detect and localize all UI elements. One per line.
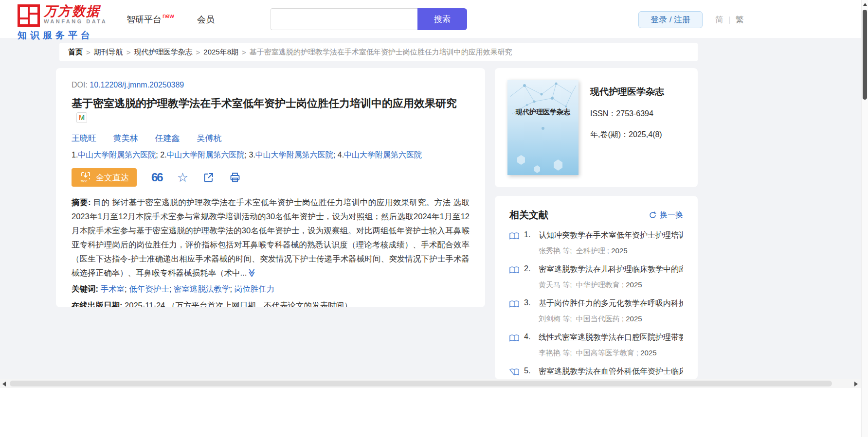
pubdate-note: （万方平台首次上网日期，不代表论文的发表时间） (167, 301, 352, 307)
pubdate-value: 2025-11-24 (125, 301, 165, 307)
scroll-up-arrow[interactable] (863, 3, 867, 6)
favorite-star-icon[interactable]: ☆ (177, 172, 188, 183)
affiliation-link[interactable]: 中山大学附属第六医院 (255, 151, 333, 159)
vertical-scrollbar-thumb[interactable] (863, 10, 867, 100)
refresh-icon (649, 211, 657, 219)
expand-abstract-icon[interactable]: ≫ (245, 269, 259, 278)
breadcrumb-journal[interactable]: 现代护理医学杂志 (134, 48, 193, 57)
nav-zhiyan-platform[interactable]: 智研平台new (127, 14, 173, 25)
author-link[interactable]: 吴傅杭 (197, 134, 221, 143)
horizontal-scrollbar-thumb[interactable] (10, 381, 832, 386)
lang-simplified[interactable]: 简 (715, 14, 723, 25)
related-item: 2. 密室逃脱教学法在儿科护理临床教学中的应... 黄天马 等; 中华护理教育 … (509, 264, 683, 290)
wanfang-logo[interactable]: 万方数据 WANFANG DATA 知识服务平台 (18, 4, 107, 42)
abstract-label: 摘要: (72, 198, 90, 207)
free-download-icon: free (79, 171, 92, 184)
brand-name-en: WANFANG DATA (44, 18, 107, 25)
related-item-title[interactable]: 密室逃脱教学法在儿科护理临床教学中的应... (539, 264, 683, 275)
book-icon (509, 232, 519, 241)
affiliation-link[interactable]: 中山大学附属第六医院 (167, 151, 245, 159)
cite-icon[interactable]: 66 (151, 173, 163, 182)
fulltext-button[interactable]: free 全文直达 (72, 168, 137, 187)
journal-cover-title: 现代护理医学杂志 (507, 108, 579, 117)
doi-label: DOI: (72, 81, 88, 89)
affiliation-link[interactable]: 中山大学附属第六医院 (78, 151, 156, 159)
lang-traditional[interactable]: 繁 (735, 14, 743, 25)
affiliation-link[interactable]: 中山大学附属第六医院 (344, 151, 422, 159)
journal-issn: ISSN：2753-6394 (590, 109, 664, 119)
breadcrumb-issue[interactable]: 2025年8期 (203, 48, 238, 57)
related-item: 5. 密室逃脱教学法在血管外科低年资护士临床... (509, 367, 683, 377)
content-area: 首页 > 期刊导航 > 现代护理医学杂志 > 2025年8期 > 基于密室逃脱的… (0, 38, 861, 379)
related-item-title[interactable]: 线性式密室逃脱教学法在口腔医院护理带教... (539, 332, 683, 343)
related-item-meta: 黄天马 等; 中华护理教育 ; 2025 (539, 280, 683, 290)
related-item-meta: 张秀艳 等; 全科护理 ; 2025 (539, 246, 683, 256)
related-item-title[interactable]: 认知冲突教学在手术室低年资护士护理培训... (539, 230, 683, 241)
journal-info-card: 现代护理医学杂志 现代护理医学杂志 ISSN：2753-6394 年,卷(期)：… (495, 68, 698, 187)
article-toolbar: free 全文直达 66 ☆ (72, 168, 470, 187)
breadcrumb-current: 基于密室逃脱的护理教学法在手术室低年资护士岗位胜任力培训中的应用效果研究 (250, 48, 512, 57)
print-icon[interactable] (229, 172, 241, 183)
keyword-link[interactable]: 低年资护士 (129, 284, 169, 293)
wanfang-article-page: 万方数据 WANFANG DATA 知识服务平台 智研平台new 会员 搜索 登… (0, 0, 868, 437)
affiliations-row: 1.中山大学附属第六医院; 2.中山大学附属第六医院; 3.中山大学附属第六医院… (72, 150, 470, 160)
refresh-related-button[interactable]: 换一换 (649, 210, 683, 220)
keywords-label: 关键词: (72, 284, 98, 293)
related-item-meta: 李艳艳 等; 中国高等医学教育 ; 2025 (539, 349, 683, 358)
site-header: 万方数据 WANFANG DATA 知识服务平台 智研平台new 会员 搜索 登… (0, 0, 861, 38)
keywords-row: 关键词: 手术室; 低年资护士; 密室逃脱法教学; 岗位胜任力 (72, 284, 470, 295)
related-title: 相关文献 (509, 209, 548, 222)
pubdate-label: 在线出版日期: (72, 301, 123, 307)
doi-link[interactable]: 10.12208/j.jmnm.20250389 (90, 81, 184, 89)
wanfang-logo-icon (18, 4, 40, 27)
new-badge: new (163, 12, 174, 19)
doi-row: DOI: 10.12208/j.jmnm.20250389 (72, 81, 470, 89)
author-link[interactable]: 王晓旺 (72, 134, 96, 143)
book-icon (509, 300, 519, 309)
search-button[interactable]: 搜索 (417, 8, 467, 30)
author-link[interactable]: 任建鑫 (155, 134, 180, 143)
brand-subtitle: 知识服务平台 (18, 29, 107, 42)
related-item-title[interactable]: 密室逃脱教学法在血管外科低年资护士临床... (539, 367, 683, 377)
article-title: 基于密室逃脱的护理教学法在手术室低年资护士岗位胜任力培训中的应用效果研究M (72, 96, 470, 125)
cover-network-pattern (507, 80, 579, 175)
metrics-badge[interactable]: M (76, 112, 87, 123)
keyword-link[interactable]: 手术室 (101, 284, 125, 293)
abstract-text: 目的 探讨基于密室逃脱的护理教学法在手术室低年资护士岗位胜任力培训中的应用效果研… (72, 198, 470, 277)
svg-text:free: free (81, 179, 88, 183)
online-pubdate-row: 在线出版日期: 2025-11-24 （万方平台首次上网日期，不代表论文的发表时… (72, 300, 470, 307)
related-item: 3. 基于岗位胜任力的多元化教学在呼吸内科护... 刘剑梅 等; 中国当代医药 … (509, 298, 683, 324)
related-item: 1. 认知冲突教学在手术室低年资护士护理培训... 张秀艳 等; 全科护理 ; … (509, 230, 683, 256)
journal-name[interactable]: 现代护理医学杂志 (590, 86, 664, 98)
abstract: 摘要: 目的 探讨基于密室逃脱的护理教学法在手术室低年资护士岗位胜任力培训中的应… (72, 195, 470, 280)
brand-name: 万方数据 (44, 4, 107, 18)
related-item-title[interactable]: 基于岗位胜任力的多元化教学在呼吸内科护... (539, 298, 683, 309)
book-icon (509, 368, 519, 377)
breadcrumb-journal-nav[interactable]: 期刊导航 (94, 48, 123, 57)
journal-cover[interactable]: 现代护理医学杂志 (507, 80, 579, 175)
nav-member[interactable]: 会员 (197, 14, 215, 25)
related-item-meta: 刘剑梅 等; 中国当代医药 ; 2025 (539, 315, 683, 324)
search-input[interactable] (271, 8, 417, 30)
export-share-icon[interactable] (203, 172, 215, 183)
author-link[interactable]: 黄美林 (113, 134, 138, 143)
related-item: 4. 线性式密室逃脱教学法在口腔医院护理带教... 李艳艳 等; 中国高等医学教… (509, 332, 683, 358)
vertical-scrollbar[interactable] (861, 0, 868, 437)
article-detail-card: DOI: 10.12208/j.jmnm.20250389 基于密室逃脱的护理教… (56, 68, 485, 307)
breadcrumb-home[interactable]: 首页 (68, 48, 83, 57)
language-switch: 简 | 繁 (715, 14, 743, 25)
keyword-link[interactable]: 岗位胜任力 (235, 284, 275, 293)
book-icon (509, 334, 519, 343)
breadcrumb: 首页 > 期刊导航 > 现代护理医学杂志 > 2025年8期 > 基于密室逃脱的… (59, 43, 698, 61)
scroll-right-arrow[interactable] (854, 382, 858, 386)
horizontal-scrollbar[interactable] (0, 379, 861, 388)
authors-row: 王晓旺 黄美林 任建鑫 吴傅杭 (72, 133, 470, 144)
book-icon (509, 266, 519, 275)
related-literature-card: 相关文献 换一换 1. 认知冲突教学在手术室低年资护士护理培训... 张秀艳 等… (495, 196, 698, 379)
scroll-left-arrow[interactable] (2, 382, 6, 386)
keyword-link[interactable]: 密室逃脱法教学 (174, 284, 230, 293)
login-register-button[interactable]: 登录 / 注册 (638, 11, 703, 28)
search-bar: 搜索 (271, 8, 467, 30)
journal-volume: 年,卷(期)：2025,4(8) (590, 130, 664, 140)
